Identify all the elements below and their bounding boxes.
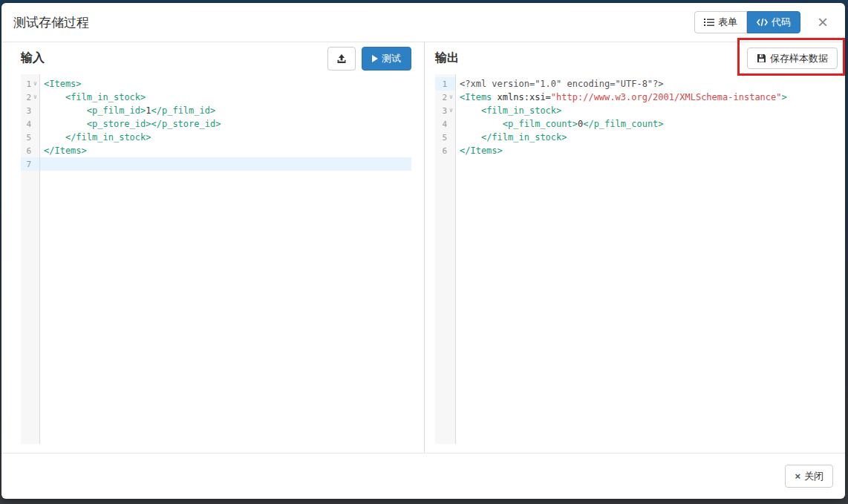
code-line[interactable]: <p_film_count>0</p_film_count> (456, 117, 838, 131)
fold-chevron-icon[interactable]: ∨ (447, 94, 455, 100)
code-line[interactable]: </film_in_stock> (456, 131, 838, 144)
code-line[interactable]: </Items> (456, 144, 838, 157)
gutter-line-number[interactable]: 3∨ (435, 104, 455, 117)
fold-chevron-icon[interactable]: ∨ (447, 108, 455, 114)
code-line[interactable]: <Items> (40, 77, 411, 91)
gutter-line-number[interactable]: 6 (435, 144, 455, 157)
list-icon (704, 18, 714, 27)
code-line[interactable]: <p_film_id>1</p_film_id> (40, 104, 411, 117)
form-view-button[interactable]: 表单 (694, 11, 747, 33)
code-line[interactable]: <film_in_stock> (40, 91, 411, 104)
output-panel-title: 输出 (435, 50, 747, 66)
fold-chevron-icon[interactable]: ∨ (31, 81, 39, 87)
output-panel-header: 输出 保存样本数据 (435, 42, 838, 74)
gutter-line-number[interactable]: 5 (435, 131, 455, 144)
code-line[interactable]: <film_in_stock> (456, 104, 838, 117)
output-editor-code[interactable]: <?xml version="1.0" encoding="UTF-8"?><I… (456, 74, 838, 444)
dialog-header: 测试存储过程 表单 (1, 3, 845, 42)
save-icon (757, 53, 766, 63)
code-view-label: 代码 (772, 16, 791, 29)
gutter-line-number[interactable]: 2∨ (21, 91, 39, 104)
close-x-icon: × (795, 471, 800, 482)
save-sample-data-button[interactable]: 保存样本数据 (747, 48, 838, 69)
dialog-close-icon[interactable]: × (812, 12, 833, 33)
fold-chevron-icon[interactable]: ∨ (31, 94, 39, 100)
input-editor-gutter: 1∨2∨34567 (21, 74, 40, 444)
test-stored-procedure-dialog: 测试存储过程 表单 (1, 3, 845, 499)
code-icon (757, 18, 768, 27)
input-actions: 测试 (327, 47, 411, 71)
input-panel: 输入 测试 (1, 42, 425, 453)
code-view-button[interactable]: 代码 (747, 11, 800, 33)
input-editor-code[interactable]: <Items> <film_in_stock> <p_film_id>1</p_… (40, 74, 411, 444)
code-line[interactable]: </film_in_stock> (40, 131, 411, 144)
gutter-line-number[interactable]: 2∨ (435, 91, 455, 104)
gutter-line-number[interactable]: 7 (21, 157, 39, 171)
upload-button[interactable] (327, 47, 356, 71)
gutter-line-number[interactable]: 5 (21, 131, 39, 144)
dialog-body: 输入 测试 (1, 42, 845, 453)
test-button[interactable]: 测试 (362, 47, 411, 71)
code-line[interactable]: </Items> (40, 144, 411, 157)
view-toggle-group: 表单 代码 (694, 11, 800, 33)
code-line[interactable]: <?xml version="1.0" encoding="UTF-8"?> (456, 77, 838, 91)
code-line[interactable] (40, 157, 411, 171)
dialog-title: 测试存储过程 (13, 14, 694, 31)
form-view-label: 表单 (718, 16, 737, 29)
gutter-line-number[interactable]: 6 (21, 144, 39, 157)
save-button-label: 保存样本数据 (770, 52, 828, 65)
close-button[interactable]: × 关闭 (785, 465, 833, 488)
output-code-editor[interactable]: 12∨3∨456 <?xml version="1.0" encoding="U… (435, 74, 838, 444)
output-actions: 保存样本数据 (747, 48, 838, 69)
input-panel-header: 输入 测试 (21, 42, 411, 74)
input-code-editor[interactable]: 1∨2∨34567 <Items> <film_in_stock> <p_fil… (21, 74, 411, 444)
gutter-line-number[interactable]: 1 (435, 77, 455, 91)
gutter-line-number[interactable]: 3 (21, 104, 39, 117)
close-button-label: 关闭 (804, 470, 823, 483)
gutter-line-number[interactable]: 4 (435, 117, 455, 131)
input-panel-title: 输入 (21, 50, 327, 66)
code-line[interactable]: <Items xmlns:xsi="http://www.w3.org/2001… (456, 91, 838, 104)
upload-icon (336, 53, 348, 64)
output-editor-gutter: 12∨3∨456 (435, 74, 456, 444)
dialog-footer: × 关闭 (1, 453, 845, 499)
gutter-line-number[interactable]: 1∨ (21, 77, 39, 91)
code-line[interactable]: <p_store_id></p_store_id> (40, 117, 411, 131)
play-icon (372, 55, 378, 62)
gutter-line-number[interactable]: 4 (21, 117, 39, 131)
output-panel: 输出 保存样本数据 (425, 42, 845, 453)
test-button-label: 测试 (382, 52, 401, 65)
